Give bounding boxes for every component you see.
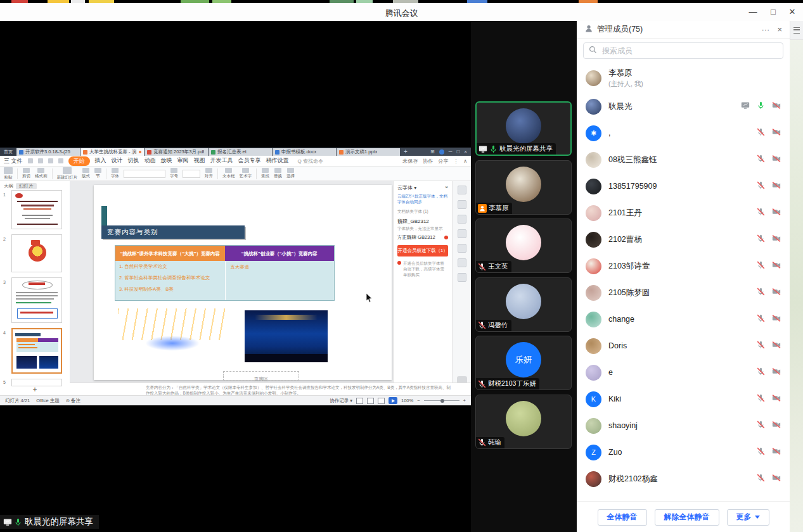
wps-new-tab-button[interactable]: + [401,148,411,155]
zoom-out-icon[interactable]: − [417,398,420,403]
wps-home-tab[interactable]: 首页 [0,148,16,156]
ribbon-9[interactable]: 对齐 [205,168,213,179]
mic-off-icon[interactable] [757,420,765,431]
cam-off-icon[interactable] [772,340,781,352]
video-thumbnail[interactable]: 王文英 [475,218,572,273]
wps-document-tab[interactable]: 申报书模板.docx [273,148,336,156]
mic-off-icon[interactable] [757,154,765,165]
speaker-notes-bar[interactable]: 竞赛内容分为：「自然科学类」学术论文（仅限本专科生参加）、哲学社会科学类社会调查… [70,383,471,395]
animation-icon[interactable] [458,215,466,224]
slide-thumbnail[interactable] [11,234,62,272]
member-row[interactable]: 08税三熊鑫钰 [577,146,790,173]
ribbon-12[interactable]: 查找 [261,168,269,179]
cam-off-icon[interactable] [772,127,781,139]
mic-off-icon[interactable] [757,473,765,484]
maximize-button[interactable]: □ [768,7,778,17]
member-row[interactable]: 财税2102杨鑫 [577,466,790,492]
normal-view-icon[interactable] [356,398,363,404]
mute-all-button[interactable]: 全体静音 [598,509,647,526]
redo-icon[interactable] [58,158,63,163]
video-thumbnail[interactable]: 韩瑜 [475,395,572,449]
cam-off-icon[interactable] [772,154,781,165]
mic-off-icon[interactable] [757,127,765,139]
wps-menu-item[interactable]: 切换 [128,156,139,166]
slide-thumbnail[interactable] [11,277,62,323]
footer-placeholder[interactable]: 页脚区 [223,371,299,381]
current-slide[interactable]: 竞赛内容与类别 “挑战杯”课外学术科技竞赛（“大挑”）竞赛内容 “挑战杯”创业赛… [94,185,392,380]
video-thumbnail[interactable]: 耿晨光的屏幕共享 [475,101,572,156]
mic-off-icon[interactable] [757,207,765,218]
wps-menu-item[interactable]: 插入 [95,156,106,166]
ribbon-4[interactable]: 新建幻灯片 [57,167,78,180]
history-icon[interactable] [458,244,466,253]
panel-more-icon[interactable]: ··· [761,25,769,34]
wps-document-tab[interactable]: 演示文稿1.pptx [337,148,400,156]
help-icon[interactable] [458,273,466,282]
video-thumbnail[interactable]: 李慕原 [475,160,572,215]
cam-off-icon[interactable] [772,314,781,325]
wps-menu-item[interactable]: 会员专享 [238,156,261,166]
ribbon-5[interactable]: 版式 [82,168,90,179]
sorter-view-icon[interactable] [367,398,374,404]
wps-document-tab[interactable]: 报名汇总表.et [209,148,272,156]
ribbon-6[interactable]: 节 [94,168,101,179]
cam-off-icon[interactable] [772,207,781,218]
wps-menubar-action[interactable]: ∧ [463,158,467,164]
ribbon-7[interactable]: 字体 [111,168,119,179]
close-button[interactable]: ✕ [787,7,797,17]
tab-outline[interactable]: 大纲 [4,183,13,189]
member-row[interactable]: 李慕原(主持人, 我) [577,63,790,93]
comment-icon[interactable] [458,258,466,267]
wps-menubar-action[interactable]: 未保存 [402,158,418,165]
member-row[interactable]: 2105陈梦圆 [577,279,790,306]
mic-off-icon[interactable] [757,314,765,325]
panel-close-icon[interactable]: × [777,25,782,34]
member-row[interactable]: Doris [577,332,790,359]
wps-menu-item[interactable]: 设计 [112,156,123,166]
video-thumbnail[interactable]: 冯馨竹 [475,277,572,332]
wps-menubar-action[interactable]: 分享 [438,158,448,165]
cam-off-icon[interactable] [772,101,781,112]
new-slide-button[interactable]: + [0,385,70,394]
member-row[interactable]: shaoyinj [577,412,790,439]
ribbon-8[interactable]: 字号 [170,168,178,179]
wps-account-avatar[interactable] [439,149,444,155]
layout-icon[interactable]: ⊞ [430,149,435,155]
video-thumbnail[interactable]: 乐妍财税2103丁乐妍 [475,336,572,390]
cam-off-icon[interactable] [772,367,781,378]
wps-minimize-icon[interactable]: ─ [449,149,453,155]
member-search[interactable] [583,42,783,59]
font-panel-title[interactable]: 云字体 ▾ [397,184,416,191]
cam-off-icon[interactable] [772,180,781,192]
member-row[interactable]: 2101王丹 [577,200,790,226]
ribbon-11[interactable]: 艺术字 [240,168,252,179]
unmute-all-button[interactable]: 解除全体静音 [655,509,719,526]
panel-collapse-button[interactable] [790,21,803,40]
ribbon-14[interactable]: 选择 [286,168,295,179]
ribbon-10[interactable]: 文本框 [222,168,235,179]
ribbon-2[interactable]: 剪切 [22,168,30,179]
cam-off-icon[interactable] [772,446,781,458]
member-row[interactable]: 13851795909 [577,173,790,200]
mic-off-icon[interactable] [757,260,765,272]
cam-off-icon[interactable] [772,260,781,272]
member-row[interactable]: KKiki [577,386,790,412]
save-icon[interactable] [28,158,33,163]
cam-off-icon[interactable] [772,473,781,484]
more-button[interactable]: 更多 [727,509,769,526]
wps-menu-item[interactable]: 审阅 [177,156,189,166]
properties-icon[interactable] [458,186,466,194]
ribbon-13[interactable]: 替换 [274,168,282,179]
mic-on-icon[interactable] [757,101,765,112]
wps-document-tab[interactable]: 大学生挑战杯竞赛 - 演示.pptx [80,148,144,156]
mic-off-icon[interactable] [757,367,765,378]
font-panel-close-icon[interactable]: × [445,184,448,191]
wps-menubar-action[interactable]: ⋮ [453,158,458,164]
member-row[interactable]: 2103邹诗萱 [577,253,790,279]
zoom-slider[interactable] [424,400,459,401]
wps-menu-item[interactable]: 开始 [68,156,90,166]
slideshow-play-button[interactable] [389,397,397,404]
shapes-icon[interactable] [458,200,466,209]
transition-icon[interactable] [458,229,466,238]
member-row[interactable]: 耿晨光 [577,93,790,120]
